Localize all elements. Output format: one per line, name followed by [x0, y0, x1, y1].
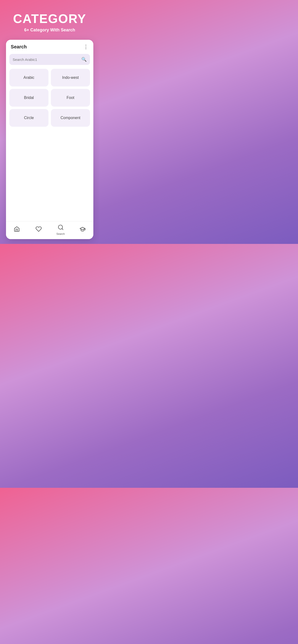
page-subtitle: 6+ Category With Search: [5, 28, 95, 32]
more-options-button[interactable]: ⋮: [83, 44, 89, 50]
search-bar[interactable]: 🔍: [9, 54, 90, 65]
nav-item-learn[interactable]: [75, 226, 90, 234]
graduation-icon: [79, 226, 86, 234]
search-icon: 🔍: [81, 57, 87, 62]
card-title: Search: [11, 44, 27, 50]
category-grid: ArabicIndo-westBridalFootCircleComponent: [6, 68, 93, 130]
category-label-foot: Foot: [67, 96, 74, 100]
category-item-component[interactable]: Component: [51, 109, 90, 127]
header-section: CATEGORY 6+ Category With Search: [0, 0, 99, 40]
bottom-nav: Search: [6, 221, 93, 239]
category-item-bridal[interactable]: Bridal: [9, 89, 49, 106]
app-card: Search ⋮ 🔍 ArabicIndo-westBridalFootCirc…: [6, 40, 93, 239]
heart-icon: [36, 226, 42, 234]
category-label-component: Component: [60, 116, 80, 120]
category-label-bridal: Bridal: [24, 96, 34, 100]
category-item-foot[interactable]: Foot: [51, 89, 90, 106]
nav-item-home[interactable]: [10, 226, 24, 234]
category-label-indo-west: Indo-west: [62, 76, 79, 80]
empty-content-area: [6, 130, 93, 221]
nav-item-favorites[interactable]: [32, 226, 46, 234]
search-nav-label: Search: [56, 232, 65, 235]
home-icon: [14, 226, 20, 234]
search-nav-icon: [58, 224, 64, 232]
svg-line-1: [62, 228, 63, 230]
category-item-arabic[interactable]: Arabic: [9, 69, 49, 86]
search-input[interactable]: [13, 58, 81, 62]
category-item-circle[interactable]: Circle: [9, 109, 49, 127]
category-item-indo-west[interactable]: Indo-west: [51, 69, 90, 86]
page-title: CATEGORY: [5, 12, 95, 26]
nav-item-search[interactable]: Search: [54, 224, 68, 235]
card-header: Search ⋮: [6, 40, 93, 52]
category-label-arabic: Arabic: [24, 76, 34, 80]
category-label-circle: Circle: [24, 116, 34, 120]
